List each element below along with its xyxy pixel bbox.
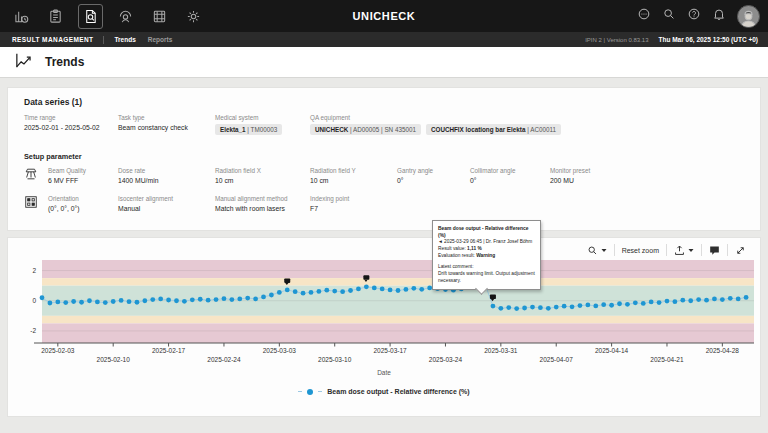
data-point[interactable] [309,290,314,295]
data-point[interactable] [198,297,203,302]
data-point[interactable] [222,296,227,301]
data-point[interactable] [364,284,369,289]
help-icon[interactable] [687,7,701,25]
data-point[interactable] [150,297,155,302]
data-point[interactable] [530,305,535,310]
data-point[interactable] [103,300,108,305]
data-point[interactable] [554,305,559,310]
data-point[interactable] [293,289,298,294]
data-point[interactable] [696,297,701,302]
data-point[interactable] [641,301,646,306]
data-point[interactable] [63,300,68,305]
data-point[interactable] [277,290,282,295]
data-point[interactable] [538,305,543,310]
data-point[interactable] [736,297,741,302]
data-point[interactable] [419,287,424,292]
data-point[interactable] [665,299,670,304]
data-point[interactable] [95,300,100,305]
patient-icon[interactable] [114,5,137,28]
data-point[interactable] [657,300,662,305]
data-point[interactable] [214,297,219,302]
data-point[interactable] [411,286,416,291]
data-point[interactable] [332,289,337,294]
data-point[interactable] [166,298,171,303]
data-point[interactable] [340,289,345,294]
data-point[interactable] [570,304,575,309]
worklist-icon[interactable] [44,5,67,28]
comment-marker[interactable] [363,275,369,280]
data-point[interactable] [380,287,385,292]
data-point[interactable] [372,286,377,291]
data-point[interactable] [135,300,140,305]
data-point[interactable] [688,298,693,303]
data-point[interactable] [546,306,551,311]
data-point[interactable] [522,306,527,311]
data-point[interactable] [87,298,92,303]
data-point[interactable] [261,295,266,300]
search-icon[interactable] [662,7,676,25]
settings-icon[interactable] [182,5,205,28]
data-point[interactable] [206,298,211,303]
user-avatar[interactable] [737,5,760,28]
data-point[interactable] [649,300,654,305]
data-point[interactable] [48,301,53,306]
data-point[interactable] [40,295,45,300]
data-point[interactable] [301,291,306,296]
data-point[interactable] [79,300,84,305]
data-point[interactable] [585,303,590,308]
data-point[interactable] [356,287,361,292]
feedback-icon[interactable] [637,7,651,25]
data-point[interactable] [190,297,195,302]
data-point[interactable] [498,306,503,311]
data-point[interactable] [396,288,401,293]
data-point[interactable] [506,305,511,310]
data-point[interactable] [174,298,179,303]
tab-reports[interactable]: Reports [148,36,173,43]
data-point[interactable] [562,304,567,309]
statistics-icon[interactable] [10,5,33,28]
data-point[interactable] [269,293,274,298]
comment-marker[interactable] [490,295,496,300]
data-point[interactable] [158,297,163,302]
data-point[interactable] [593,303,598,308]
legend-item[interactable]: Beam dose output - Relative difference (… [8,388,760,395]
data-point[interactable] [672,299,677,304]
data-point[interactable] [316,289,321,294]
data-point[interactable] [182,299,187,304]
data-point[interactable] [680,298,685,303]
data-point[interactable] [229,297,234,302]
data-point[interactable] [578,303,583,308]
data-point[interactable] [744,295,749,300]
data-point[interactable] [324,288,329,293]
data-point[interactable] [617,301,622,306]
data-point[interactable] [245,296,250,301]
comment-marker[interactable] [284,278,290,283]
data-point[interactable] [253,297,258,302]
data-point[interactable] [609,303,614,308]
data-point[interactable] [119,298,124,303]
notifications-icon[interactable] [712,7,726,25]
data-point[interactable] [601,302,606,307]
data-point[interactable] [71,299,76,304]
data-point[interactable] [237,297,242,302]
data-point[interactable] [712,297,717,302]
data-point[interactable] [142,298,147,303]
data-point[interactable] [348,288,353,293]
data-point[interactable] [720,297,725,302]
data-point[interactable] [625,302,630,307]
results-icon[interactable] [78,4,103,29]
data-point[interactable] [127,299,132,304]
data-point[interactable] [55,300,60,305]
data-point[interactable] [404,287,409,292]
data-point[interactable] [728,296,733,301]
phantom-icon[interactable] [148,5,171,28]
data-point[interactable] [633,300,638,305]
data-point[interactable] [704,298,709,303]
tab-trends[interactable]: Trends [114,36,135,43]
data-point[interactable] [285,287,290,292]
tooltip-evaluation: Evaluation result: Warning [438,253,535,260]
data-point[interactable] [111,299,116,304]
data-point[interactable] [491,304,496,309]
data-point[interactable] [514,306,519,311]
data-point[interactable] [388,287,393,292]
